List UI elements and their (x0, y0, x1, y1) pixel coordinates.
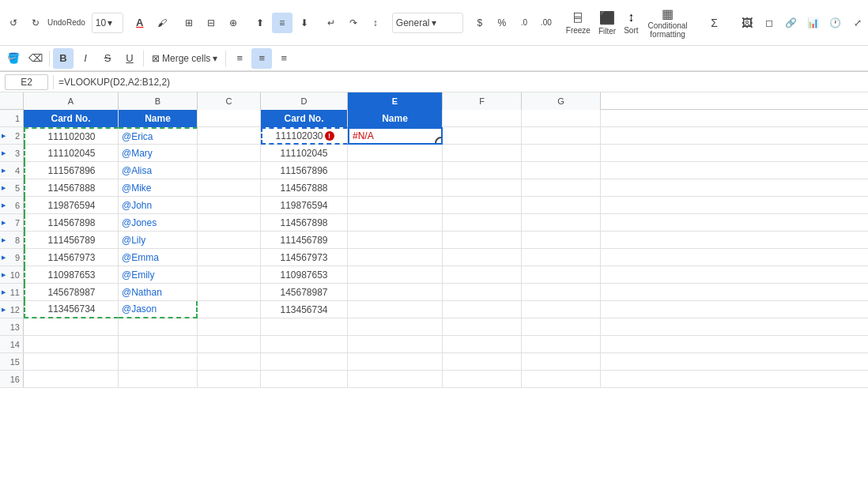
cell-E8[interactable] (348, 232, 443, 249)
cell-C9[interactable] (198, 249, 261, 266)
valign-top-button[interactable]: ⬆ (250, 13, 270, 33)
cell-D13[interactable] (261, 318, 348, 336)
expand-button[interactable]: ⤢ (847, 13, 868, 33)
link-button[interactable]: 🔗 (781, 13, 802, 33)
percent-button[interactable]: % (492, 13, 512, 33)
cell-A14[interactable] (24, 336, 119, 353)
cell-B15[interactable] (119, 353, 198, 371)
cell-F6[interactable] (443, 197, 522, 214)
cell-F11[interactable] (443, 284, 522, 301)
cell-C16[interactable] (198, 371, 261, 388)
cell-E7[interactable] (348, 214, 443, 232)
filter-button[interactable]: ⬛ Filter (595, 3, 619, 43)
cell-A2[interactable]: 111102030 (24, 127, 119, 145)
cell-E6[interactable] (348, 197, 443, 214)
cell-C7[interactable] (198, 214, 261, 232)
cell-D1[interactable]: Card No. (261, 110, 348, 127)
col-header-D[interactable]: D (261, 92, 348, 110)
cell-A3[interactable]: 111102045 (24, 145, 119, 162)
cell-A11[interactable]: 145678987 (24, 284, 119, 301)
cell-E1[interactable]: Name (348, 110, 443, 127)
cell-A8[interactable]: 111456789 (24, 232, 119, 249)
cell-E4[interactable] (348, 162, 443, 179)
cell-A12[interactable]: 113456734 (24, 301, 119, 318)
freeze-button[interactable]: ⌸ Freeze (563, 3, 594, 43)
cell-G14[interactable] (522, 336, 601, 353)
rotate-button[interactable]: ↷ (343, 13, 364, 33)
cell-G1[interactable] (522, 110, 601, 127)
cell-C5[interactable] (198, 179, 261, 197)
cell-C12[interactable] (198, 301, 261, 318)
cell-reference[interactable]: E2 (5, 74, 48, 90)
paint-format-button[interactable]: 🪣 (3, 48, 24, 69)
cell-D6[interactable]: 119876594 (261, 197, 348, 214)
font-color-button[interactable]: A (130, 13, 150, 33)
underline-button[interactable]: U (119, 48, 140, 69)
dec-inc-button[interactable]: .00 (536, 13, 557, 33)
image-button[interactable]: 🖼 (737, 13, 757, 33)
cell-F14[interactable] (443, 336, 522, 353)
cell-G12[interactable] (522, 301, 601, 318)
sort-button[interactable]: ↕ Sort (621, 3, 641, 43)
cell-E5[interactable] (348, 179, 443, 197)
wrap-button[interactable]: ↵ (321, 13, 342, 33)
undo-button[interactable]: ↺ (3, 13, 24, 33)
cell-C2[interactable] (198, 127, 261, 145)
font-size-dropdown[interactable]: 10 ▾ (92, 13, 123, 33)
align-left-button[interactable]: ≡ (229, 48, 250, 69)
cell-G13[interactable] (522, 318, 601, 336)
italic-button[interactable]: I (75, 48, 96, 69)
cell-B4[interactable]: @Alisa (119, 162, 198, 179)
cell-D8[interactable]: 111456789 (261, 232, 348, 249)
cell-E10[interactable] (348, 266, 443, 284)
sum-button[interactable]: Σ (704, 13, 725, 33)
highlight-color-button[interactable]: 🖌 (152, 13, 172, 33)
col-header-F[interactable]: F (443, 92, 522, 110)
cell-F5[interactable] (443, 179, 522, 197)
cell-B5[interactable]: @Mike (119, 179, 198, 197)
more2-button[interactable]: ↕ (365, 13, 386, 33)
cell-E16[interactable] (348, 371, 443, 388)
cell-G9[interactable] (522, 249, 601, 266)
cell-D14[interactable] (261, 336, 348, 353)
cell-D2[interactable]: 111102030 ! (261, 127, 348, 145)
cell-E12[interactable] (348, 301, 443, 318)
cell-D9[interactable]: 114567973 (261, 249, 348, 266)
cell-D4[interactable]: 111567896 (261, 162, 348, 179)
cell-C11[interactable] (198, 284, 261, 301)
cell-A10[interactable]: 110987653 (24, 266, 119, 284)
cell-E15[interactable] (348, 353, 443, 371)
cell-E9[interactable] (348, 249, 443, 266)
cell-F3[interactable] (443, 145, 522, 162)
cell-E11[interactable] (348, 284, 443, 301)
cell-A5[interactable]: 114567888 (24, 179, 119, 197)
currency-button[interactable]: $ (470, 13, 490, 33)
chart-button[interactable]: 📊 (803, 13, 824, 33)
cell-C15[interactable] (198, 353, 261, 371)
clock-button[interactable]: 🕐 (825, 13, 846, 33)
cell-A1[interactable]: Card No. (24, 110, 119, 127)
cell-A15[interactable] (24, 353, 119, 371)
borders-button[interactable]: ⊞ (179, 13, 199, 33)
cell-G4[interactable] (522, 162, 601, 179)
cell-C8[interactable] (198, 232, 261, 249)
bold-button[interactable]: B (53, 48, 74, 69)
cell-C14[interactable] (198, 336, 261, 353)
valign-mid-button[interactable]: ≡ (272, 13, 292, 33)
align-right-button[interactable]: ≡ (274, 48, 294, 69)
cell-G10[interactable] (522, 266, 601, 284)
cell-C10[interactable] (198, 266, 261, 284)
cell-B16[interactable] (119, 371, 198, 388)
strikethrough-button[interactable]: S (97, 48, 118, 69)
cell-D12[interactable]: 113456734 (261, 301, 348, 318)
cell-F12[interactable] (443, 301, 522, 318)
cell-B13[interactable] (119, 318, 198, 336)
cell-D7[interactable]: 114567898 (261, 214, 348, 232)
cell-G16[interactable] (522, 371, 601, 388)
cell-C6[interactable] (198, 197, 261, 214)
col-header-E[interactable]: E (348, 92, 443, 110)
cell-G2[interactable] (522, 127, 601, 145)
merge-cells-button[interactable]: ⊠ Merge cells ▾ (147, 48, 222, 69)
cell-F2[interactable] (443, 127, 522, 145)
cell-F13[interactable] (443, 318, 522, 336)
